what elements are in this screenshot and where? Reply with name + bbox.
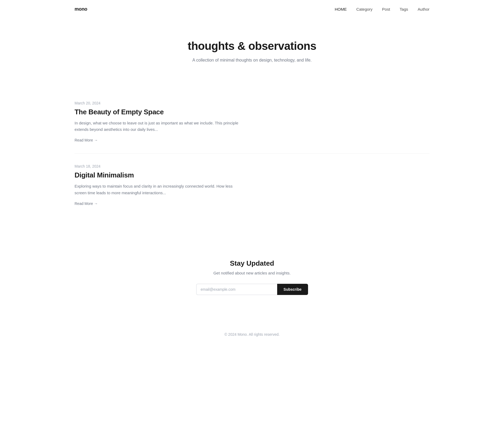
post-item: March 18, 2024 Digital Minimalism Explor… bbox=[75, 153, 429, 217]
post-date: March 20, 2024 bbox=[75, 101, 429, 105]
footer-copy: © 2024 Mono. All rights reserved. bbox=[75, 332, 429, 337]
read-more-link[interactable]: Read More → bbox=[75, 201, 98, 206]
post-title: The Beauty of Empty Space bbox=[75, 108, 429, 116]
nav-home[interactable]: HOME bbox=[335, 7, 347, 11]
site-header: mono HOME Category Post Tags Author bbox=[0, 0, 504, 18]
hero-title: thoughts & observations bbox=[75, 40, 429, 52]
post-item: March 20, 2024 The Beauty of Empty Space… bbox=[75, 90, 429, 154]
hero-section: thoughts & observations A collection of … bbox=[0, 18, 504, 80]
nav-post[interactable]: Post bbox=[382, 7, 390, 11]
email-input[interactable] bbox=[196, 284, 277, 295]
newsletter-form: Subscribe bbox=[196, 284, 308, 295]
post-excerpt: In design, what we choose to leave out i… bbox=[75, 120, 240, 133]
read-more-link[interactable]: Read More → bbox=[75, 138, 98, 142]
site-footer: © 2024 Mono. All rights reserved. bbox=[0, 316, 504, 347]
newsletter-title: Stay Updated bbox=[75, 259, 429, 268]
nav-author[interactable]: Author bbox=[418, 7, 429, 11]
hero-subtitle: A collection of minimal thoughts on desi… bbox=[75, 57, 429, 64]
nav-category[interactable]: Category bbox=[356, 7, 372, 11]
post-excerpt: Exploring ways to maintain focus and cla… bbox=[75, 183, 240, 196]
subscribe-button[interactable]: Subscribe bbox=[277, 284, 308, 295]
newsletter-section: Stay Updated Get notified about new arti… bbox=[0, 238, 504, 316]
nav-tags[interactable]: Tags bbox=[400, 7, 408, 11]
site-logo[interactable]: mono bbox=[75, 6, 87, 12]
newsletter-subtitle: Get notified about new articles and insi… bbox=[75, 271, 429, 275]
post-date: March 18, 2024 bbox=[75, 164, 429, 168]
main-nav: HOME Category Post Tags Author bbox=[335, 7, 429, 11]
posts-list: March 20, 2024 The Beauty of Empty Space… bbox=[0, 80, 504, 238]
post-title: Digital Minimalism bbox=[75, 171, 429, 179]
